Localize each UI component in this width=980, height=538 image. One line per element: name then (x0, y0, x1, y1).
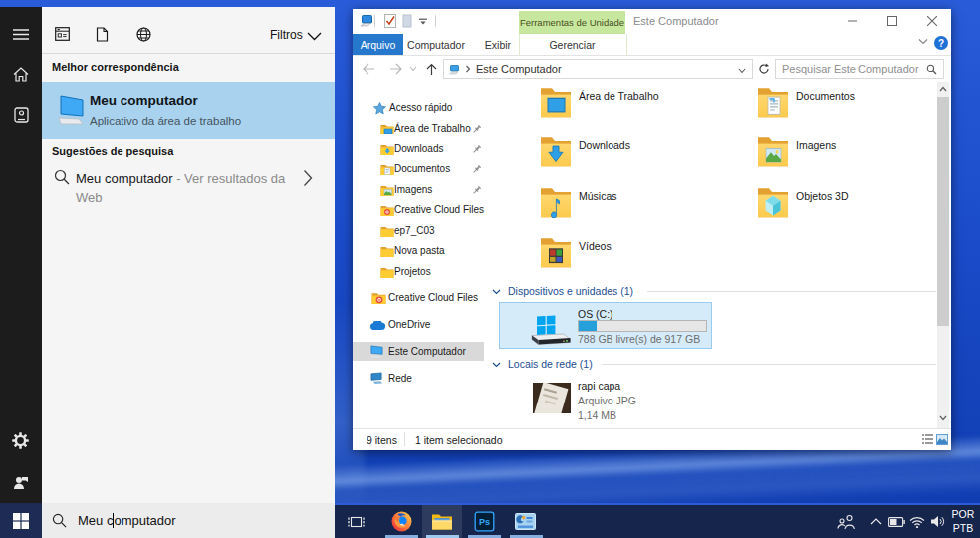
svg-text:Ps: Ps (478, 517, 489, 527)
